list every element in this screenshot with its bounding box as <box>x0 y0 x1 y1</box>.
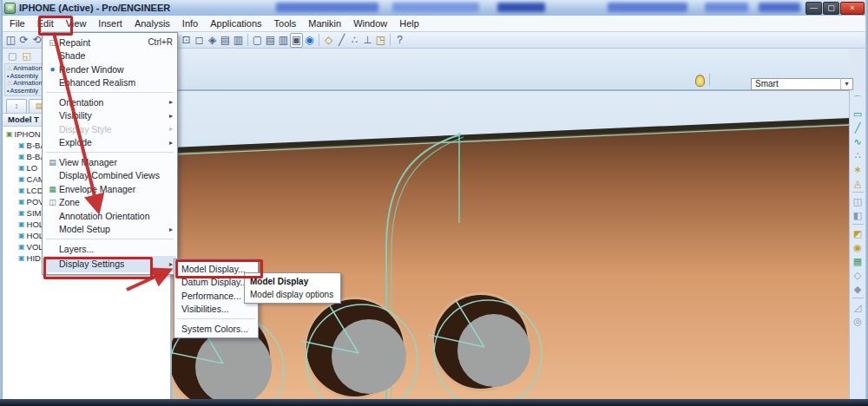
extrude-icon[interactable]: ◩ <box>853 226 862 240</box>
copy-geometry-icon[interactable]: ◫ <box>853 194 862 208</box>
menu-item-enhanced-realism[interactable]: Enhanced Realism <box>43 76 176 90</box>
zoom-window-icon[interactable]: ⊡ <box>180 33 193 48</box>
realtime-render-icon[interactable]: ◉ <box>303 33 316 48</box>
blend-icon[interactable]: ▦ <box>853 254 862 268</box>
part-icon: ▣ <box>18 198 25 206</box>
assembly-icon: ▣ <box>6 130 13 138</box>
menu-analysis[interactable]: Analysis <box>128 16 176 31</box>
submenu-arrow-icon: ▸ <box>166 98 173 106</box>
menu-item-shade[interactable]: Shade <box>43 49 176 63</box>
minimize-button[interactable]: — <box>806 2 822 15</box>
sketch-icon[interactable]: ◬ <box>854 176 861 190</box>
censored-taskbar-item <box>497 3 545 12</box>
part-icon: ▣ <box>18 164 25 172</box>
toolbar-separator <box>852 298 864 298</box>
maximize-button[interactable]: ▢ <box>823 2 839 15</box>
datum-axes-icon[interactable]: ╱ <box>335 33 348 48</box>
view-menu-dropdown: ◱RepaintCtrl+R Shade ●Render Window Enha… <box>42 32 178 275</box>
chamfer-icon[interactable]: ◆ <box>854 282 861 296</box>
censored-taskbar-item <box>759 3 800 12</box>
new-file-icon[interactable]: ▢ <box>8 50 16 62</box>
menu-view[interactable]: View <box>60 16 93 31</box>
submenu-item-system-colors[interactable]: System Colors... <box>174 322 258 336</box>
menu-item-layers[interactable]: Layers... <box>43 242 176 256</box>
layers-icon[interactable]: ▥ <box>232 33 245 48</box>
graphics-viewport[interactable] <box>171 90 849 399</box>
menu-item-render-window[interactable]: ●Render Window <box>43 62 176 76</box>
model-3d-view <box>172 91 850 400</box>
shading-icon[interactable]: ▣ <box>290 33 303 48</box>
menu-item-orientation[interactable]: Orientation▸ <box>43 95 176 109</box>
menu-item-repaint[interactable]: ◱RepaintCtrl+R <box>43 36 176 49</box>
menu-insert[interactable]: Insert <box>92 16 128 31</box>
menu-item-visibility[interactable]: Visibility▸ <box>43 109 176 123</box>
points-icon[interactable]: ∴ <box>855 148 861 162</box>
menu-item-display-settings[interactable]: Display Settings▸ <box>43 256 176 272</box>
part-icon: ▣ <box>18 153 25 160</box>
selection-filter-combo[interactable]: Smart ▾ <box>751 78 853 90</box>
window-border-left <box>0 0 3 406</box>
warning-icon: ⚠ <box>7 65 12 71</box>
censored-taskbar-item <box>276 3 378 12</box>
window-border-bottom <box>0 399 868 406</box>
no-hidden-icon[interactable]: ▥ <box>277 33 290 48</box>
wireframe-icon[interactable]: ▢ <box>251 33 264 48</box>
feature-toolbar: ⌒ ▭ ╱ ∿ ∴ ∗ ◬ ◫ ◧ ◩ ◉ ▦ ◇ ◆ ◿ ◎ <box>849 90 865 399</box>
round-icon[interactable]: ◇ <box>854 268 861 282</box>
draft-icon[interactable]: ◿ <box>854 300 861 314</box>
open-file-icon[interactable]: ◱ <box>22 50 30 62</box>
menu-item-view-manager[interactable]: ▤View Manager <box>43 155 176 169</box>
menu-item-zone[interactable]: ◫Zone <box>43 196 176 210</box>
menu-item-explode[interactable]: Explode▸ <box>43 136 176 150</box>
revolve-icon[interactable]: ◉ <box>853 240 862 254</box>
hidden-line-icon[interactable]: ▤ <box>264 33 277 48</box>
menu-item-model-setup[interactable]: Model Setup▸ <box>43 223 176 237</box>
merge-icon[interactable]: ◧ <box>853 208 862 222</box>
menu-item-envelope-manager[interactable]: ▦Envelope Manager <box>43 182 176 196</box>
menu-item-annotation-orientation[interactable]: Annotation Orientation <box>43 209 176 223</box>
menu-window[interactable]: Window <box>347 16 393 31</box>
menu-applications[interactable]: Applications <box>204 16 267 31</box>
submenu-arrow-icon: ▸ <box>166 112 173 120</box>
saved-views-icon[interactable]: ▤ <box>219 33 232 48</box>
refit-icon[interactable]: ◻ <box>193 33 206 48</box>
annotations-icon[interactable]: ◳ <box>374 33 387 48</box>
part-icon: ▣ <box>18 209 25 217</box>
menu-help[interactable]: Help <box>393 16 425 31</box>
menu-manikin[interactable]: Manikin <box>302 16 347 31</box>
arc-icon[interactable]: ⌒ <box>853 93 863 107</box>
menu-separator <box>46 239 174 239</box>
regenerate-icon[interactable]: ⟳ <box>17 33 30 48</box>
menu-info[interactable]: Info <box>176 16 204 31</box>
lightbulb-icon[interactable] <box>695 75 705 87</box>
reorient-icon[interactable]: ◈ <box>206 33 219 48</box>
header-separator <box>709 74 710 86</box>
chevron-down-icon[interactable]: ▾ <box>840 79 852 89</box>
copy-icon[interactable]: ◫ <box>4 33 17 48</box>
pattern-icon[interactable]: ∗ <box>853 162 861 176</box>
datum-points-icon[interactable]: ∴ <box>348 33 361 48</box>
submenu-item-visibilities[interactable]: Visibilities... <box>174 303 258 317</box>
menu-edit[interactable]: Edit <box>31 16 60 31</box>
shell-icon[interactable]: ◎ <box>853 314 862 328</box>
spline-icon[interactable]: ∿ <box>853 134 861 148</box>
rectangle-icon[interactable]: ▭ <box>853 107 862 121</box>
part-icon: ▣ <box>18 141 25 149</box>
coordinate-systems-icon[interactable]: ⊥ <box>361 33 374 48</box>
menubar: File Edit View Insert Analysis Info Appl… <box>0 16 868 32</box>
censored-taskbar-item <box>608 3 687 12</box>
model-tree-tab[interactable]: ↕ <box>6 99 27 113</box>
line-icon[interactable]: ╱ <box>855 121 861 134</box>
toolbar-separator <box>852 192 864 193</box>
warning-icon: ⚠ <box>7 80 12 86</box>
selection-filter-value: Smart <box>752 79 840 89</box>
menu-item-display-combined-views[interactable]: Display Combined Views <box>43 169 176 183</box>
render-sphere-icon: ● <box>46 64 59 74</box>
datum-planes-icon[interactable]: ◇ <box>322 33 335 48</box>
context-help-icon[interactable]: ? <box>393 33 406 48</box>
toolbar-separator <box>390 34 391 46</box>
view-manager-icon: ▤ <box>46 158 59 167</box>
menu-tools[interactable]: Tools <box>268 16 303 31</box>
close-button[interactable]: × <box>840 2 865 15</box>
menu-file[interactable]: File <box>3 16 31 31</box>
